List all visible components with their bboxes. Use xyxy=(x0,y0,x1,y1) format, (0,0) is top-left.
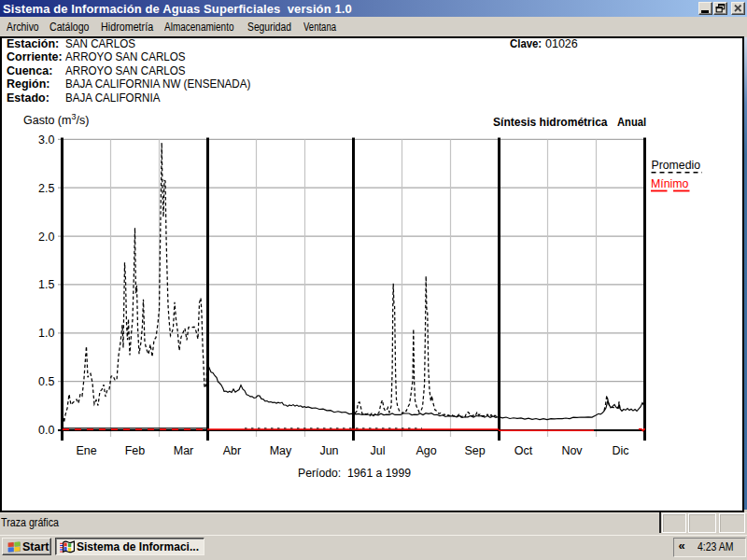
svg-text:3.0: 3.0 xyxy=(38,133,54,147)
svg-text:Mar: Mar xyxy=(174,444,194,457)
svg-text:0.0: 0.0 xyxy=(38,424,54,437)
svg-text:Abr: Abr xyxy=(223,444,241,457)
svg-text:Mínimo: Mínimo xyxy=(651,176,689,190)
svg-text:Feb: Feb xyxy=(125,444,146,457)
svg-text:Jun: Jun xyxy=(319,444,338,457)
svg-text:0.5: 0.5 xyxy=(38,375,54,388)
svg-text:Ago: Ago xyxy=(416,444,436,457)
svg-text:Ene: Ene xyxy=(76,444,96,457)
svg-text:Nov: Nov xyxy=(561,444,583,457)
svg-text:Jul: Jul xyxy=(371,444,386,457)
svg-text:2.5: 2.5 xyxy=(38,182,54,195)
svg-text:May: May xyxy=(270,444,292,457)
svg-text:Oct: Oct xyxy=(514,444,533,457)
svg-text:1.5: 1.5 xyxy=(38,278,54,291)
svg-text:1.0: 1.0 xyxy=(38,327,54,340)
svg-text:2.0: 2.0 xyxy=(38,231,54,244)
svg-text:Promedio: Promedio xyxy=(652,158,701,172)
svg-text:Dic: Dic xyxy=(612,444,628,457)
svg-text:Sep: Sep xyxy=(464,444,485,457)
